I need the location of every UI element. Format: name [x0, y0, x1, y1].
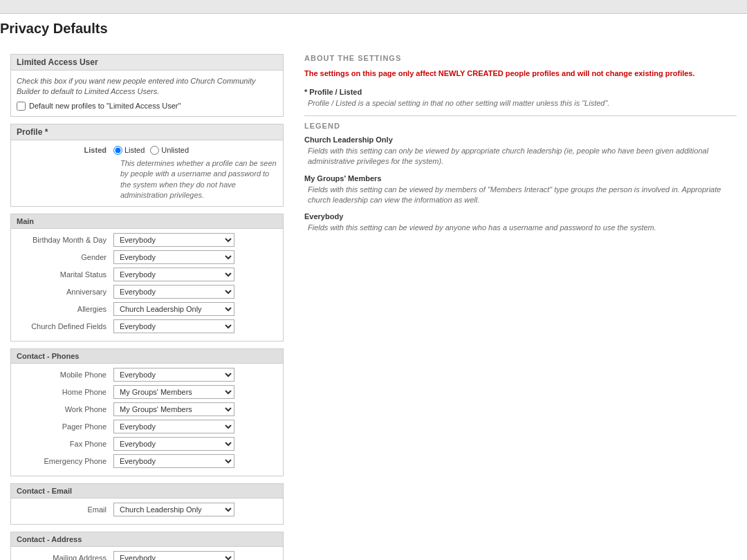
legend-item-title: Everybody	[304, 212, 737, 221]
contact-phones-body: Mobile PhoneEverybodyMy Groups' MembersC…	[11, 364, 283, 476]
legend-header: LEGEND	[304, 115, 737, 130]
field-select[interactable]: EverybodyMy Groups' MembersChurch Leader…	[113, 385, 234, 399]
profile-listed-note: Profile / Listed is a special setting in…	[308, 98, 737, 109]
contact-address-body: Mailing AddressEverybodyMy Groups' Membe…	[11, 547, 283, 560]
field-label: Mailing Address	[17, 554, 113, 560]
legend-item-desc: Fields with this setting can be viewed b…	[308, 185, 737, 206]
contact-email-section: Contact - Email EmailEverybodyMy Groups'…	[10, 483, 284, 525]
listed-field-row: Listed Listed Unlisted	[17, 146, 277, 155]
listed-radio-group: Listed Unlisted	[113, 146, 189, 155]
main-section: Main Birthday Month & DayEverybodyMy Gro…	[10, 214, 284, 342]
field-select[interactable]: EverybodyMy Groups' MembersChurch Leader…	[113, 233, 234, 247]
radio-unlisted-label[interactable]: Unlisted	[150, 146, 189, 155]
profile-note: This determines whether a profile can be…	[120, 158, 277, 201]
field-label: Marital Status	[17, 270, 113, 279]
limited-access-checkbox[interactable]	[17, 102, 26, 111]
left-panel: Limited Access User Check this box if yo…	[10, 54, 284, 560]
main-section-body: Birthday Month & DayEverybodyMy Groups' …	[11, 229, 283, 341]
field-label: Home Phone	[17, 388, 113, 396]
field-select[interactable]: EverybodyMy Groups' MembersChurch Leader…	[113, 319, 234, 333]
field-label: Gender	[17, 253, 113, 261]
legend-items: Church Leadership OnlyFields with this s…	[304, 136, 737, 234]
field-row: Emergency PhoneEverybodyMy Groups' Membe…	[17, 454, 277, 468]
contact-phones-section: Contact - Phones Mobile PhoneEverybodyMy…	[10, 348, 284, 476]
field-label: Mobile Phone	[17, 371, 113, 379]
profile-section: Profile * Listed Listed Unlisted	[10, 124, 284, 207]
field-row: Work PhoneEverybodyMy Groups' MembersChu…	[17, 402, 277, 416]
limited-access-header: Limited Access User	[11, 55, 283, 71]
field-row: EmailEverybodyMy Groups' MembersChurch L…	[17, 503, 277, 516]
field-row: Home PhoneEverybodyMy Groups' MembersChu…	[17, 385, 277, 399]
contact-address-header: Contact - Address	[11, 532, 283, 547]
field-select[interactable]: EverybodyMy Groups' MembersChurch Leader…	[113, 551, 234, 560]
field-row: AllergiesEverybodyMy Groups' MembersChur…	[17, 302, 277, 316]
field-label: Anniversary	[17, 288, 113, 296]
field-label: Pager Phone	[17, 422, 113, 431]
profile-listed-label: * Profile / Listed	[304, 88, 737, 96]
limited-access-checkbox-label: Default new profiles to "Limited Access …	[29, 102, 181, 110]
listed-label: Listed	[17, 146, 113, 154]
field-select[interactable]: EverybodyMy Groups' MembersChurch Leader…	[113, 250, 234, 264]
field-label: Allergies	[17, 305, 113, 313]
page-title: Privacy Defaults	[0, 21, 747, 37]
field-select[interactable]: EverybodyMy Groups' MembersChurch Leader…	[113, 368, 234, 382]
legend-item-desc: Fields with this setting can only be vie…	[308, 146, 737, 167]
right-panel: ABOUT THE SETTINGS The settings on this …	[284, 54, 737, 560]
legend-item-desc: Fields with this setting can be viewed b…	[308, 223, 737, 233]
field-select[interactable]: EverybodyMy Groups' MembersChurch Leader…	[113, 437, 234, 451]
limited-access-section: Limited Access User Check this box if yo…	[10, 54, 284, 117]
field-label: Email	[17, 505, 113, 514]
profile-listed-section: * Profile / Listed Profile / Listed is a…	[304, 88, 737, 109]
field-select[interactable]: EverybodyMy Groups' MembersChurch Leader…	[113, 454, 234, 468]
profile-header: Profile *	[11, 124, 283, 140]
field-select[interactable]: EverybodyMy Groups' MembersChurch Leader…	[113, 268, 234, 281]
contact-email-header: Contact - Email	[11, 484, 283, 498]
limited-access-checkbox-row[interactable]: Default new profiles to "Limited Access …	[17, 102, 277, 111]
field-label: Work Phone	[17, 405, 113, 413]
radio-listed-label[interactable]: Listed	[113, 146, 145, 155]
field-row: GenderEverybodyMy Groups' MembersChurch …	[17, 250, 277, 264]
field-row: Marital StatusEverybodyMy Groups' Member…	[17, 268, 277, 281]
field-select[interactable]: EverybodyMy Groups' MembersChurch Leader…	[113, 402, 234, 416]
field-select[interactable]: EverybodyMy Groups' MembersChurch Leader…	[113, 302, 234, 316]
contact-address-section: Contact - Address Mailing AddressEverybo…	[10, 532, 284, 560]
radio-unlisted[interactable]	[150, 146, 159, 155]
field-row: Birthday Month & DayEverybodyMy Groups' …	[17, 233, 277, 247]
contact-phones-header: Contact - Phones	[11, 349, 283, 364]
field-label: Emergency Phone	[17, 457, 113, 465]
field-label: Fax Phone	[17, 440, 113, 448]
limited-access-description: Check this box if you want new people en…	[17, 76, 277, 97]
field-row: Mobile PhoneEverybodyMy Groups' MembersC…	[17, 368, 277, 382]
radio-listed[interactable]	[113, 146, 122, 155]
field-row: Church Defined FieldsEverybodyMy Groups'…	[17, 319, 277, 333]
top-bar	[0, 0, 747, 14]
field-row: AnniversaryEverybodyMy Groups' MembersCh…	[17, 285, 277, 299]
field-row: Fax PhoneEverybodyMy Groups' MembersChur…	[17, 437, 277, 451]
field-select[interactable]: EverybodyMy Groups' MembersChurch Leader…	[113, 285, 234, 299]
legend-item-title: Church Leadership Only	[304, 136, 737, 144]
contact-email-body: EmailEverybodyMy Groups' MembersChurch L…	[11, 498, 283, 524]
field-select[interactable]: EverybodyMy Groups' MembersChurch Leader…	[113, 420, 234, 433]
field-label: Birthday Month & Day	[17, 236, 113, 244]
field-select[interactable]: EverybodyMy Groups' MembersChurch Leader…	[113, 503, 234, 516]
field-row: Mailing AddressEverybodyMy Groups' Membe…	[17, 551, 277, 560]
about-header: ABOUT THE SETTINGS	[304, 54, 737, 62]
main-section-header: Main	[11, 214, 283, 229]
field-row: Pager PhoneEverybodyMy Groups' MembersCh…	[17, 420, 277, 433]
field-label: Church Defined Fields	[17, 322, 113, 330]
alert-text: The settings on this page only affect NE…	[304, 68, 737, 80]
legend-item-title: My Groups' Members	[304, 174, 737, 183]
